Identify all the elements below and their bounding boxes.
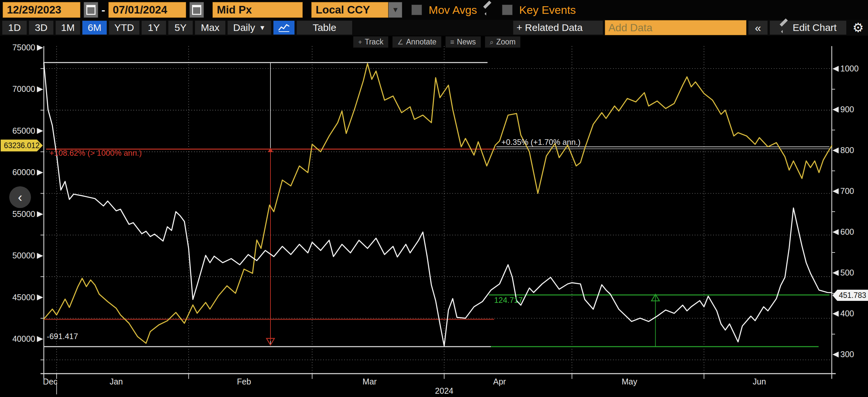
- right-axis-tick-label: 600: [840, 227, 854, 236]
- news-label: News: [457, 37, 476, 46]
- right-tick-arrow: [832, 352, 839, 358]
- chart-mini-toolbar: + Track ∠ Annotate ≡ News ⌕ Zoom: [353, 36, 521, 48]
- right-tick-arrow: [832, 188, 839, 194]
- zoom-button[interactable]: ⌕ Zoom: [485, 36, 521, 48]
- zoom-label: Zoom: [496, 37, 516, 46]
- red-measure-text: +108.62% (> 1000% ann.): [50, 148, 142, 157]
- price-chart: 7500070000650006000055000500004500040000…: [0, 0, 868, 397]
- left-tick-arrow: [37, 86, 43, 92]
- zoom-magnifier-icon: ⌕: [490, 38, 494, 46]
- white-series-line: [44, 63, 832, 346]
- left-axis-tick-label: 55000: [12, 209, 35, 219]
- track-crosshair-icon: +: [358, 38, 362, 46]
- right-axis-tick-label: 400: [840, 309, 854, 318]
- month-label: Jan: [110, 377, 123, 386]
- right-tick-arrow: [832, 229, 839, 235]
- left-axis-tick-label: 65000: [12, 126, 35, 135]
- right-axis-tick-label: 900: [840, 105, 854, 114]
- month-label: Apr: [493, 377, 506, 386]
- left-axis-tick-label: 70000: [12, 84, 35, 94]
- scroll-left-chevron-button[interactable]: ‹: [9, 186, 31, 208]
- left-tick-arrow: [37, 45, 43, 51]
- track-label: Track: [365, 37, 383, 46]
- left-axis-tick-label: 75000: [12, 43, 35, 52]
- left-axis-tick-label: 45000: [12, 293, 35, 302]
- right-tick-arrow: [832, 107, 839, 112]
- left-tick-arrow: [37, 169, 43, 175]
- right-axis-tick-label: 700: [840, 186, 854, 196]
- left-axis-tick-label: 50000: [12, 251, 35, 260]
- green-measure-text: 124.717: [494, 296, 523, 304]
- right-tick-arrow: [832, 66, 839, 72]
- left-tick-arrow: [37, 336, 43, 342]
- right-axis-tick-label: 800: [840, 145, 854, 155]
- month-label: May: [622, 377, 638, 386]
- red-up-triangle-marker: [268, 148, 273, 152]
- left-tick-arrow: [37, 128, 43, 134]
- right-axis-tick-label: 500: [840, 268, 854, 277]
- right-axis-tick-label: 300: [840, 350, 854, 359]
- right-tick-arrow: [832, 270, 839, 276]
- left-tick-arrow: [37, 211, 43, 217]
- month-label: Dec: [43, 377, 57, 386]
- gray-measure-text: +0.35% (+1.70% ann.): [501, 138, 581, 146]
- year-label: 2024: [435, 386, 454, 395]
- right-tick-arrow: [832, 311, 839, 317]
- yellow-series-line: [44, 64, 832, 343]
- left-axis-tick-label: 60000: [12, 168, 35, 177]
- month-label: Feb: [237, 377, 251, 386]
- month-label: Jun: [753, 377, 766, 386]
- left-tick-arrow: [37, 295, 43, 301]
- annotate-button[interactable]: ∠ Annotate: [392, 36, 441, 48]
- annotate-label: Annotate: [406, 37, 436, 46]
- white-measure-text: -691.417: [47, 332, 78, 341]
- track-button[interactable]: + Track: [353, 36, 389, 48]
- white-series-last-value-tag: 451.783: [832, 290, 868, 301]
- month-label: Mar: [363, 377, 377, 386]
- chart-plot-area[interactable]: 7500070000650006000055000500004500040000…: [0, 36, 868, 397]
- yellow-series-last-value-tag: 63236.012: [1, 140, 43, 152]
- news-button[interactable]: ≡ News: [445, 36, 481, 48]
- right-axis-tick-label: 1000: [840, 64, 859, 73]
- news-lines-icon: ≡: [450, 38, 454, 46]
- left-tick-arrow: [37, 253, 43, 259]
- annotate-pencil-icon: ∠: [397, 38, 404, 46]
- right-tick-arrow: [832, 147, 839, 154]
- left-axis-tick-label: 40000: [12, 334, 35, 343]
